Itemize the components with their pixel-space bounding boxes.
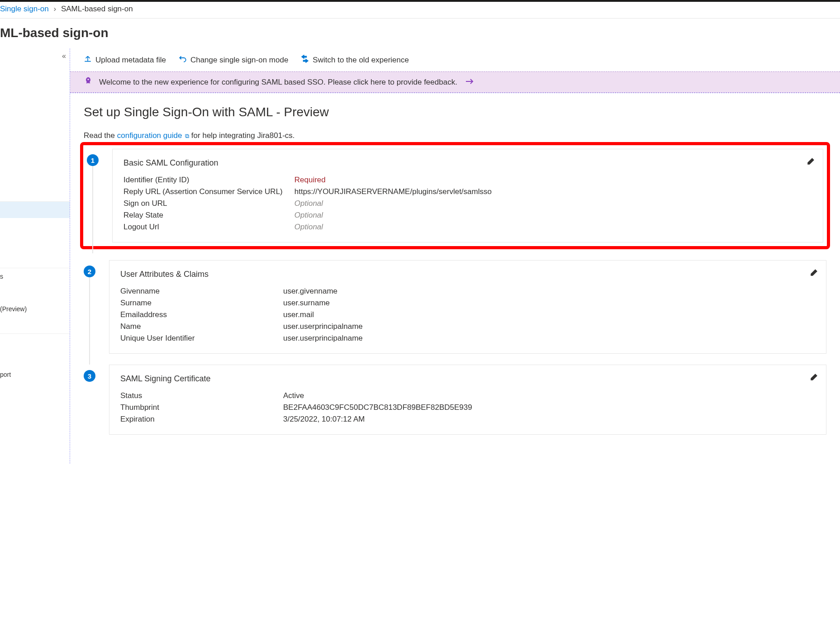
change-mode-label: Change single sign-on mode (190, 56, 288, 65)
help-line: Read the configuration guide ⧉ for help … (84, 131, 826, 140)
rocket-icon (84, 76, 93, 88)
kv-key: Identifier (Entity ID) (123, 174, 294, 186)
kv-key: Sign on URL (123, 198, 294, 209)
kv-value: user.userprincipalname (283, 321, 363, 332)
content-area: Upload metadata file Change single sign-… (70, 48, 840, 464)
kv-row: ThumbprintBE2FAA4603C9FC50DC7BC813DF89BE… (120, 402, 472, 413)
kv-row: StatusActive (120, 390, 472, 402)
kv-row: Expiration3/25/2022, 10:07:12 AM (120, 413, 472, 425)
sidebar-item[interactable]: (Preview) (0, 301, 70, 317)
kv-value: user.givenname (283, 285, 363, 297)
kv-value: user.mail (283, 309, 363, 321)
kv-value: Optional (294, 221, 492, 233)
external-link-icon: ⧉ (185, 133, 189, 139)
kv-key: Logout Url (123, 221, 294, 233)
kv-value: Active (283, 390, 472, 402)
step-connector (89, 277, 90, 365)
edit-attributes-button[interactable] (810, 269, 818, 278)
change-mode-button[interactable]: Change single sign-on mode (179, 55, 288, 65)
upload-metadata-button[interactable]: Upload metadata file (84, 55, 166, 65)
kv-key: Status (120, 390, 283, 402)
kv-row: Emailaddressuser.mail (120, 309, 363, 321)
step-number-1: 1 (87, 154, 99, 166)
arrow-right-icon (465, 77, 474, 87)
kv-key: Expiration (120, 413, 283, 425)
sidebar-item[interactable]: port (0, 366, 70, 383)
switch-icon (301, 55, 309, 65)
help-pre: Read the (84, 131, 117, 140)
sidebar-collapse-icon[interactable]: « (62, 52, 66, 60)
card-title: Basic SAML Configuration (123, 158, 812, 168)
basic-saml-card: Basic SAML Configuration Identifier (Ent… (112, 149, 823, 242)
command-bar: Upload metadata file Change single sign-… (70, 48, 840, 71)
sidebar: « s (Preview) port (0, 48, 70, 464)
breadcrumb-separator: › (53, 5, 56, 13)
step-number-3: 3 (84, 370, 95, 382)
breadcrumb-current: SAML-based sign-on (61, 5, 133, 13)
help-post: for help integrating Jira801-cs. (189, 131, 294, 140)
sidebar-item[interactable] (0, 333, 70, 350)
banner-text: Welcome to the new experience for config… (99, 78, 457, 87)
step-connector (92, 166, 93, 253)
sidebar-item[interactable] (0, 201, 70, 218)
kv-key: Emailaddress (120, 309, 283, 321)
sidebar-item[interactable] (0, 285, 70, 301)
kv-row: Givennameuser.givenname (120, 285, 363, 297)
kv-row: Reply URL (Assertion Consumer Service UR… (123, 186, 492, 198)
sidebar-item[interactable] (0, 350, 70, 366)
kv-value: Optional (294, 209, 492, 221)
kv-row: Logout UrlOptional (123, 221, 492, 233)
kv-row: Relay StateOptional (123, 209, 492, 221)
kv-value: user.surname (283, 297, 363, 309)
kv-key: Relay State (123, 209, 294, 221)
breadcrumb-link-sso[interactable]: Single sign-on (0, 5, 49, 13)
kv-value: user.userprincipalname (283, 332, 363, 344)
main-panel: Set up Single Sign-On with SAML - Previe… (70, 93, 840, 464)
kv-row: Sign on URLOptional (123, 198, 492, 209)
undo-icon (179, 55, 187, 65)
config-guide-link[interactable]: configuration guide ⧉ (117, 131, 189, 140)
pencil-icon (807, 157, 815, 166)
signing-cert-card: SAML Signing Certificate StatusActiveThu… (109, 365, 826, 435)
kv-key: Unique User Identifier (120, 332, 283, 344)
page-title: ML-based sign-on (0, 19, 840, 48)
card-title: User Attributes & Claims (120, 270, 815, 279)
card-title: SAML Signing Certificate (120, 374, 815, 384)
kv-row: Identifier (Entity ID)Required (123, 174, 492, 186)
pencil-icon (810, 373, 818, 381)
kv-value: https://YOURJIRASERVERNAME/plugins/servl… (294, 186, 492, 198)
edit-basic-saml-button[interactable] (807, 157, 815, 167)
switch-old-label: Switch to the old experience (313, 56, 409, 65)
kv-value: Required (294, 174, 492, 186)
kv-row: Nameuser.userprincipalname (120, 321, 363, 332)
kv-value: Optional (294, 198, 492, 209)
kv-value: BE2FAA4603C9FC50DC7BC813DF89BEF82BD5E939 (283, 402, 472, 413)
switch-old-button[interactable]: Switch to the old experience (301, 55, 409, 65)
sidebar-item[interactable]: s (0, 268, 70, 285)
main-title: Set up Single Sign-On with SAML - Previe… (84, 105, 826, 119)
edit-cert-button[interactable] (810, 373, 818, 383)
pencil-icon (810, 269, 818, 277)
kv-value: 3/25/2022, 10:07:12 AM (283, 413, 472, 425)
config-guide-label: configuration guide (117, 131, 182, 140)
step-number-2: 2 (84, 266, 95, 277)
kv-row: Surnameuser.surname (120, 297, 363, 309)
step-1-highlight: 1 Basic SAML Configuration Identifier (E… (80, 142, 830, 249)
kv-key: Thumbprint (120, 402, 283, 413)
upload-icon (84, 55, 92, 65)
kv-key: Surname (120, 297, 283, 309)
kv-key: Givenname (120, 285, 283, 297)
kv-key: Reply URL (Assertion Consumer Service UR… (123, 186, 294, 198)
kv-row: Unique User Identifieruser.userprincipal… (120, 332, 363, 344)
sidebar-item[interactable] (0, 317, 70, 333)
kv-key: Name (120, 321, 283, 332)
breadcrumb: Single sign-on › SAML-based sign-on (0, 2, 840, 19)
upload-label: Upload metadata file (95, 56, 166, 65)
user-attributes-card: User Attributes & Claims Givennameuser.g… (109, 260, 826, 354)
feedback-banner[interactable]: Welcome to the new experience for config… (70, 71, 840, 93)
